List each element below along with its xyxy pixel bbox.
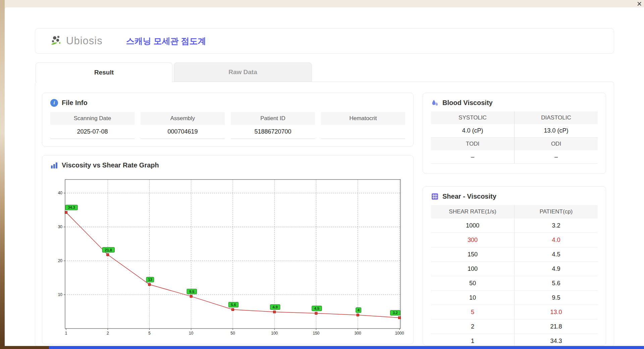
shear-row-150: 1504.5 xyxy=(431,247,598,262)
desktop-bottom-left-strip xyxy=(0,346,49,349)
svg-text:5.6: 5.6 xyxy=(231,303,236,307)
chart-area: 102030401251050100150300100034.321.8139.… xyxy=(52,178,407,339)
shear-rate-value: 300 xyxy=(431,233,515,247)
shear-row-300: 3004.0 xyxy=(431,233,598,247)
file-info-field-scanning-date: Scanning Date2025-07-08 xyxy=(50,112,135,139)
blood-viscosity-panel: Blood Viscosity SYSTOLICDIASTOLIC4.0 (cP… xyxy=(423,93,606,174)
svg-text:50: 50 xyxy=(230,331,235,336)
shear-rate-value: 1000 xyxy=(431,218,515,233)
bv-header-row: TODIODI xyxy=(431,138,598,150)
shear-rate-value: 50 xyxy=(431,276,515,290)
file-info-field-hematocrit: Hematocrit xyxy=(321,112,405,139)
field-value: 000704619 xyxy=(141,125,225,139)
svg-text:100: 100 xyxy=(271,331,278,336)
bv-label: TODI xyxy=(431,138,515,150)
patient-value: 3.2 xyxy=(515,218,598,233)
field-label: Hematocrit xyxy=(321,112,405,125)
tab-result[interactable]: Result xyxy=(36,62,172,82)
bv-value: 13.0 (cP) xyxy=(515,124,598,138)
shear-rate-value: 100 xyxy=(431,262,515,276)
shear-viscosity-panel: Shear - Viscosity SHEAR RATE(1/s) PATIEN… xyxy=(423,186,606,346)
field-label: Scanning Date xyxy=(50,112,135,125)
shear-rate-value: 150 xyxy=(431,247,515,261)
shear-row-10: 109.5 xyxy=(431,291,598,305)
graph-title: Viscosity vs Shear Rate Graph xyxy=(62,161,159,169)
svg-text:34.3: 34.3 xyxy=(68,205,75,209)
shear-rate-column-header: SHEAR RATE(1/s) xyxy=(431,205,515,218)
field-label: Assembly xyxy=(141,112,225,125)
shear-rate-value: 2 xyxy=(431,319,515,334)
svg-text:20: 20 xyxy=(58,258,63,263)
bv-value: – xyxy=(431,150,515,164)
patient-value: 13.0 xyxy=(515,305,598,319)
patient-value: 9.5 xyxy=(515,291,598,305)
logo-text: Ubiosis xyxy=(66,35,103,47)
bv-value: – xyxy=(515,150,598,164)
svg-text:150: 150 xyxy=(313,331,319,336)
graph-title-row: Viscosity vs Shear Rate Graph xyxy=(42,155,413,169)
desktop-left-strip xyxy=(0,0,5,349)
file-info-fields: Scanning Date2025-07-08Assembly000704619… xyxy=(50,112,405,139)
shear-viscosity-title: Shear - Viscosity xyxy=(442,193,496,200)
shear-viscosity-title-row: Shear - Viscosity xyxy=(423,187,606,200)
shear-table-header: SHEAR RATE(1/s) PATIENT(cp) xyxy=(431,205,598,218)
header: Ubiosis 스캐닝 모세관 점도계 xyxy=(35,28,614,54)
svg-text:9.5: 9.5 xyxy=(189,290,194,294)
svg-text:2: 2 xyxy=(107,331,109,336)
taskbar-strip xyxy=(49,346,644,349)
svg-text:4.5: 4.5 xyxy=(314,306,319,310)
file-info-title: File Info xyxy=(62,99,88,107)
shear-row-5: 513.0 xyxy=(431,305,598,319)
field-value xyxy=(321,125,405,139)
bv-value-row: 4.0 (cP)13.0 (cP) xyxy=(431,124,598,138)
patient-value: 4.9 xyxy=(515,262,598,276)
shear-rate-value: 5 xyxy=(431,305,515,319)
droplet-icon xyxy=(431,99,439,107)
svg-text:10: 10 xyxy=(58,292,63,297)
tab-raw-data[interactable]: Raw Data xyxy=(174,62,312,82)
svg-text:300: 300 xyxy=(355,331,361,336)
bv-label: DIASTOLIC xyxy=(515,111,598,124)
shear-viscosity-table: SHEAR RATE(1/s) PATIENT(cp) 10003.23004.… xyxy=(431,205,598,348)
field-label: Patient ID xyxy=(231,112,315,125)
bv-label: ODI xyxy=(515,138,598,150)
bv-label: SYSTOLIC xyxy=(431,111,515,124)
svg-text:1000: 1000 xyxy=(395,331,404,336)
svg-text:4: 4 xyxy=(358,308,360,312)
patient-value: 4.5 xyxy=(515,247,598,261)
field-value: 2025-07-08 xyxy=(50,125,135,139)
patient-value: 21.8 xyxy=(515,319,598,334)
svg-text:1: 1 xyxy=(65,331,67,336)
svg-text:10: 10 xyxy=(189,331,194,336)
ubiosis-logo: Ubiosis xyxy=(49,35,103,47)
patient-column-header: PATIENT(cp) xyxy=(515,205,598,218)
grid-table-icon xyxy=(431,193,439,200)
info-icon: i xyxy=(50,99,58,107)
shear-row-1000: 10003.2 xyxy=(431,218,598,233)
shear-table-rows: 10003.23004.01504.51004.9505.6109.5513.0… xyxy=(431,218,598,348)
bar-chart-icon xyxy=(50,161,58,169)
patient-value: 4.0 xyxy=(515,233,598,247)
bv-value-row: –– xyxy=(431,150,598,164)
field-value: 51886720700 xyxy=(231,125,315,139)
shear-row-50: 505.6 xyxy=(431,276,598,291)
svg-text:5: 5 xyxy=(148,331,151,336)
svg-text:3.2: 3.2 xyxy=(393,311,398,315)
ubiosis-logo-mark xyxy=(49,35,63,47)
file-info-field-assembly: Assembly000704619 xyxy=(141,112,225,139)
svg-text:40: 40 xyxy=(58,191,63,195)
file-info-panel: i File Info Scanning Date2025-07-08Assem… xyxy=(42,93,414,147)
svg-text:4.9: 4.9 xyxy=(273,305,278,309)
shear-row-100: 1004.9 xyxy=(431,262,598,276)
patient-value: 5.6 xyxy=(515,276,598,290)
close-button[interactable]: × xyxy=(635,0,644,8)
bv-value: 4.0 (cP) xyxy=(431,124,515,138)
blood-viscosity-title-row: Blood Viscosity xyxy=(423,93,606,107)
bv-header-row: SYSTOLICDIASTOLIC xyxy=(431,111,598,124)
svg-text:30: 30 xyxy=(58,225,63,229)
viscosity-graph-panel: Viscosity vs Shear Rate Graph 1020304012… xyxy=(42,155,414,344)
file-info-title-row: i File Info xyxy=(42,93,413,107)
svg-text:21.8: 21.8 xyxy=(105,248,112,252)
desktop-top-strip xyxy=(0,0,644,7)
blood-viscosity-table: SYSTOLICDIASTOLIC4.0 (cP)13.0 (cP)TODIOD… xyxy=(431,111,598,164)
